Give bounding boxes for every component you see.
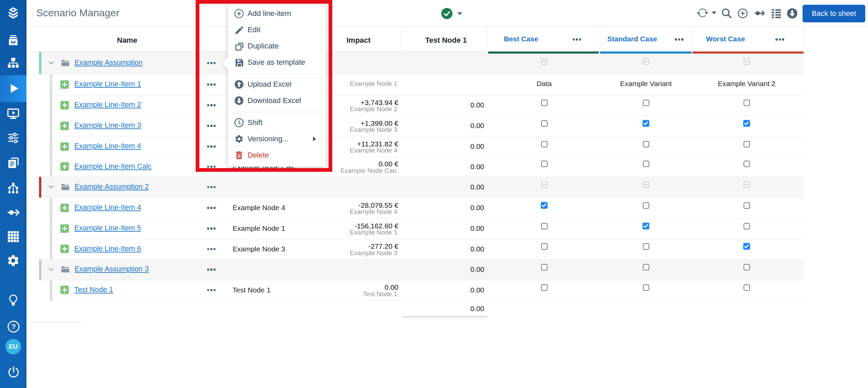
svg-text:?: ? [12,323,16,330]
